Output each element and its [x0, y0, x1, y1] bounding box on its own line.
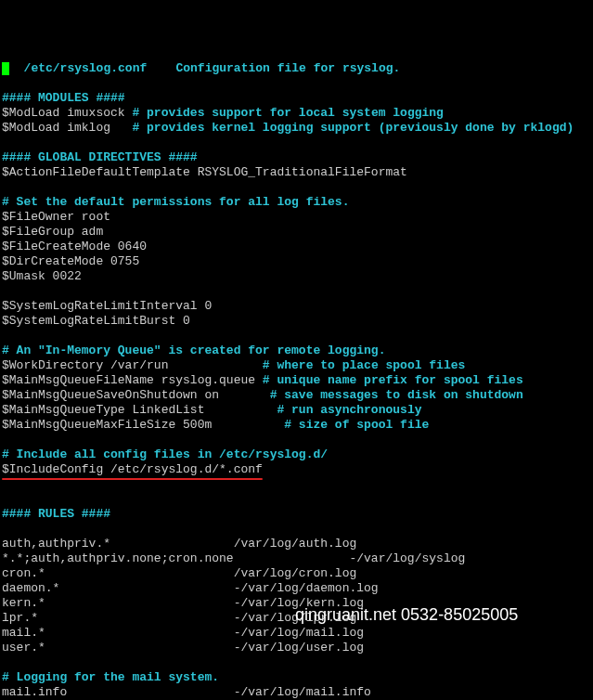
section-modules: #### MODULES #### — [2, 91, 125, 105]
filegroup: $FileGroup adm — [2, 225, 103, 239]
file-path: /etc/rsyslog.conf — [24, 61, 148, 75]
rule-mail: mail.* -/var/log/mail.log — [2, 626, 364, 640]
dircreate: $DirCreateMode 0755 — [2, 254, 139, 268]
file-desc: Configuration file for rsyslog. — [175, 61, 400, 75]
qtype-c: # run asynchronously — [277, 403, 421, 417]
terminal-content: /etc/rsyslog.conf Configuration file for… — [2, 61, 591, 700]
umask: $Umask 0022 — [2, 269, 82, 283]
qtype: $MainMsgQueueType LinkedList — [2, 403, 204, 417]
perm-comment: # Set the default permissions for all lo… — [2, 195, 349, 209]
modload1: $ModLoad imuxsock — [2, 106, 125, 120]
mail-comment: # Logging for the mail system. — [2, 670, 219, 684]
qfile-c: # unique name prefix for spool files — [263, 373, 523, 387]
section-global: #### GLOBAL DIRECTIVES #### — [2, 150, 198, 164]
fileowner: $FileOwner root — [2, 210, 110, 224]
qsave: $MainMsgQueueSaveOnShutdown on — [2, 388, 219, 402]
queue-comment: # An "In-Memory Queue" is created for re… — [2, 344, 385, 357]
rule-daemon: daemon.* -/var/log/daemon.log — [2, 581, 379, 595]
modload1-comment: # provides support for local system logg… — [132, 106, 443, 120]
modload2: $ModLoad imklog — [2, 121, 110, 135]
modload2-comment: # provides kernel logging support (previ… — [132, 121, 574, 135]
watermark-text: qingruanit.net 0532-85025005 — [295, 607, 518, 622]
workdir: $WorkDirectory /var/run — [2, 358, 168, 372]
mail-info: mail.info -/var/log/mail.info — [2, 685, 371, 699]
qsize: $MainMsgQueueMaxFileSize 500m — [2, 418, 212, 432]
cursor-icon — [2, 62, 9, 75]
action-template: $ActionFileDefaultTemplate RSYSLOG_Tradi… — [2, 165, 407, 179]
qfile: $MainMsgQueueFileName rsyslog.queue — [2, 373, 255, 387]
filecreate: $FileCreateMode 0640 — [2, 240, 147, 253]
rule-auth: auth,authpriv.* /var/log/auth.log — [2, 537, 356, 551]
qsave-c: # save messages to disk on shutdown — [270, 388, 523, 402]
ratelimit-burst: $SystemLogRateLimitBurst 0 — [2, 314, 190, 328]
include-config: $IncludeConfig /etc/rsyslog.d/*.conf — [2, 462, 263, 477]
rule-cron: cron.* /var/log/cron.log — [2, 566, 356, 580]
rule-user: user.* -/var/log/user.log — [2, 641, 364, 655]
ratelimit-interval: $SystemLogRateLimitInterval 0 — [2, 299, 212, 313]
rule-syslog: *.*;auth,authpriv.none;cron.none -/var/l… — [2, 551, 465, 565]
qsize-c: # size of spool file — [284, 418, 429, 432]
workdir-c: # where to place spool files — [263, 358, 465, 372]
section-rules: #### RULES #### — [2, 507, 110, 521]
include-comment: # Include all config files in /etc/rsysl… — [2, 447, 328, 461]
